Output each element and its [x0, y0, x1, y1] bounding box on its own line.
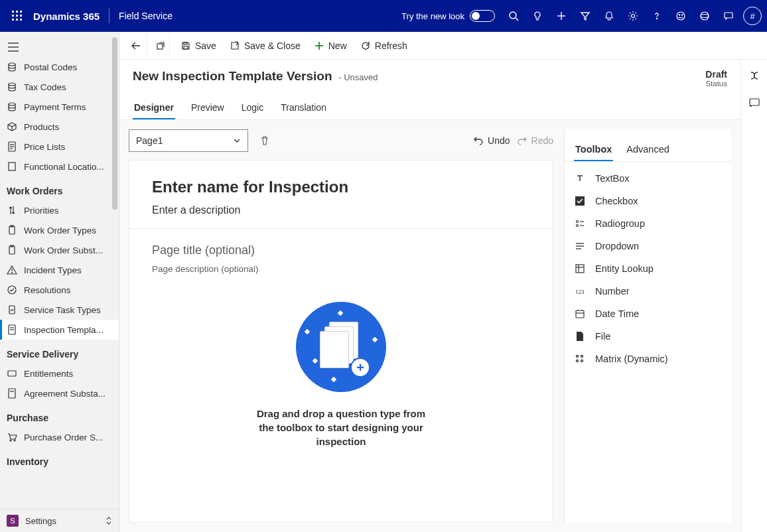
nav-label: Entitlements	[24, 369, 73, 379]
nav-service-task-types[interactable]: Service Task Types	[0, 300, 119, 320]
hamburger-icon[interactable]	[0, 37, 119, 57]
back-button[interactable]	[125, 34, 147, 57]
nav-agreement-substa[interactable]: Agreement Substa...	[0, 383, 119, 403]
toolbox-entity-lookup[interactable]: Entity Lookup	[565, 257, 731, 280]
header-divider	[109, 9, 109, 23]
global-header: Dynamics 365 Field Service Try the new l…	[0, 0, 767, 32]
page-selector[interactable]: Page1	[129, 129, 248, 152]
toolbox-textbox[interactable]: TextBox	[565, 167, 731, 190]
open-in-new-window-button[interactable]	[151, 34, 170, 57]
nav-label: Agreement Substa...	[24, 389, 105, 399]
tab-logic[interactable]: Logic	[240, 97, 265, 119]
nav-label: Service Task Types	[24, 305, 101, 315]
page-selector-value: Page1	[136, 135, 163, 146]
related-icon[interactable]	[745, 93, 764, 111]
empty-state-text: Drag and drop a question type from the t…	[248, 407, 434, 448]
arrows-icon	[7, 205, 17, 216]
nav-inspection-templates[interactable]: Inspection Templa...	[0, 320, 119, 340]
tab-translation[interactable]: Translation	[279, 97, 328, 119]
tab-designer[interactable]: Designer	[133, 97, 175, 119]
status-value: Draft	[705, 69, 727, 80]
plus-badge-icon: +	[350, 358, 370, 377]
redo-label: Redo	[531, 135, 553, 146]
nav-work-order-types[interactable]: Work Order Types	[0, 220, 119, 240]
add-icon[interactable]	[549, 0, 573, 32]
svg-point-42	[12, 273, 13, 273]
nav-postal-codes[interactable]: Postal Codes	[0, 57, 119, 77]
app-launcher-icon[interactable]	[5, 0, 29, 32]
toolbox-datetime[interactable]: Date Time	[565, 302, 731, 325]
svg-point-9	[510, 12, 516, 19]
nav-purchase-order[interactable]: Purchase Order S...	[0, 427, 119, 447]
clipboard-check-icon	[7, 304, 17, 315]
copilot-icon[interactable]	[745, 66, 764, 85]
user-avatar[interactable]: #	[743, 7, 762, 25]
filter-icon[interactable]	[573, 0, 597, 32]
toolbox-radiogroup[interactable]: Radiogroup	[565, 212, 731, 235]
nav-products[interactable]: Products	[0, 117, 119, 137]
undo-button[interactable]: Undo	[473, 135, 510, 146]
toolbox-matrix[interactable]: Matrix (Dynamic)	[565, 348, 731, 370]
nav-payment-terms[interactable]: Payment Terms	[0, 97, 119, 117]
nav-label: Work Order Types	[24, 226, 96, 235]
sidebar-scrollbar[interactable]	[112, 37, 117, 210]
tab-preview[interactable]: Preview	[190, 97, 226, 119]
nav-priorities[interactable]: Priorities	[0, 200, 119, 220]
gear-icon[interactable]	[621, 0, 645, 32]
toolbox-tab-advanced[interactable]: Advanced	[625, 139, 671, 161]
tb-label: TextBox	[595, 173, 630, 184]
smile-icon[interactable]	[669, 0, 693, 32]
search-icon[interactable]	[502, 0, 525, 32]
toolbox-dropdown[interactable]: Dropdown	[565, 235, 731, 257]
lightbulb-icon[interactable]	[525, 0, 549, 32]
page-desc-input[interactable]: Page description (optional)	[152, 264, 530, 274]
svg-rect-53	[157, 44, 163, 49]
area-switcher[interactable]: S Settings	[0, 509, 119, 532]
svg-rect-55	[184, 46, 188, 49]
nav-tax-codes[interactable]: Tax Codes	[0, 77, 119, 97]
lookup-icon	[574, 263, 586, 275]
toolbox-number[interactable]: 123Number	[565, 280, 731, 302]
toolbox-tab-toolbox[interactable]: Toolbox	[574, 139, 613, 161]
record-header: New Inspection Template Version - Unsave…	[119, 60, 740, 90]
toolbox-checkbox[interactable]: Checkbox	[565, 190, 731, 212]
inspection-desc-input[interactable]: Enter a description	[152, 204, 530, 216]
help-icon[interactable]	[645, 0, 669, 32]
save-button[interactable]: Save	[174, 36, 223, 55]
brand-label[interactable]: Dynamics 365	[33, 11, 100, 22]
nav-price-lists[interactable]: Price Lists	[0, 137, 119, 157]
cart-icon	[7, 432, 17, 442]
chat-icon[interactable]	[717, 0, 740, 32]
new-button[interactable]: New	[307, 36, 354, 55]
svg-rect-7	[16, 19, 18, 21]
left-nav: Postal Codes Tax Codes Payment Terms Pro…	[0, 32, 119, 532]
redo-button[interactable]: Redo	[517, 135, 553, 146]
nav-entitlements[interactable]: Entitlements	[0, 364, 119, 383]
bell-icon[interactable]	[597, 0, 621, 32]
nav-functional-locations[interactable]: Functional Locatio...	[0, 157, 119, 176]
stack-icon	[7, 62, 17, 72]
delete-page-button[interactable]	[255, 131, 275, 151]
try-new-look-toggle[interactable]	[470, 10, 495, 22]
svg-point-20	[701, 15, 709, 18]
environment-icon[interactable]	[693, 0, 717, 32]
warning-icon	[7, 265, 17, 275]
stack-icon	[7, 101, 17, 112]
svg-rect-3	[12, 15, 14, 17]
dropdown-icon	[574, 240, 586, 252]
page-title-input[interactable]: Page title (optional)	[152, 243, 530, 257]
save-close-button[interactable]: Save & Close	[223, 36, 307, 55]
area-label: Settings	[25, 516, 56, 526]
toolbox-file[interactable]: File	[565, 325, 731, 348]
form-tabs: Designer Preview Logic Translation	[119, 90, 740, 120]
ticket-icon	[7, 368, 17, 379]
svg-rect-21	[725, 13, 732, 18]
nav-resolutions[interactable]: Resolutions	[0, 280, 119, 300]
refresh-button[interactable]: Refresh	[354, 36, 414, 55]
svg-point-18	[681, 15, 682, 15]
nav-incident-types[interactable]: Incident Types	[0, 260, 119, 280]
nav-work-order-subst[interactable]: Work Order Subst...	[0, 240, 119, 260]
inspection-name-input[interactable]: Enter name for Inspection	[152, 178, 530, 196]
svg-rect-6	[12, 19, 14, 21]
app-name[interactable]: Field Service	[119, 11, 173, 21]
